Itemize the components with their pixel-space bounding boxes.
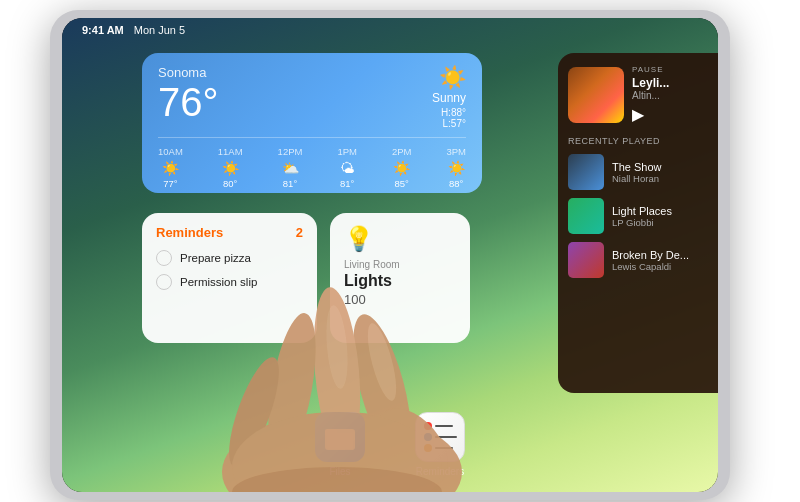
- hour-time: 10AM: [158, 146, 183, 157]
- hour-icon: ☀️: [218, 160, 243, 176]
- status-bar: 9:41 AM Mon Jun 5: [62, 18, 718, 42]
- recent-track[interactable]: The Show Niall Horan: [568, 154, 708, 190]
- hand-svg: [182, 232, 502, 492]
- reminder-circle: [156, 274, 172, 290]
- now-playing: PAUSE Leyli... Altin... ▶: [568, 65, 708, 124]
- recent-track-info: Broken By De... Lewis Capaldi: [612, 249, 689, 272]
- sun-icon: ☀️: [432, 65, 466, 91]
- weather-left: Sonoma 76°: [158, 65, 219, 122]
- recent-track[interactable]: Light Places LP Giobbi: [568, 198, 708, 234]
- weather-hourly: 10AM ☀️ 77° 11AM ☀️ 80° 12PM ⛅ 81°: [158, 137, 466, 189]
- hour-temp: 81°: [337, 178, 357, 189]
- hour-temp: 80°: [218, 178, 243, 189]
- hour-icon: 🌤: [337, 160, 357, 176]
- recent-track-name: Broken By De...: [612, 249, 689, 261]
- recent-album-art-1: [568, 154, 604, 190]
- hour-item: 2PM ☀️ 85°: [392, 146, 412, 189]
- hour-item: 1PM 🌤 81°: [337, 146, 357, 189]
- weather-city: Sonoma: [158, 65, 219, 80]
- music-panel[interactable]: PAUSE Leyli... Altin... ▶ RECENTLY PLAYE…: [558, 53, 718, 393]
- scene: 9:41 AM Mon Jun 5 Sonoma 76° ☀️ Sunny H:…: [0, 0, 800, 502]
- recent-artist-name: Lewis Capaldi: [612, 261, 689, 272]
- weather-top: Sonoma 76° ☀️ Sunny H:88° L:57°: [158, 65, 466, 129]
- hour-time: 11AM: [218, 146, 243, 157]
- recent-track[interactable]: Broken By De... Lewis Capaldi: [568, 242, 708, 278]
- hour-temp: 88°: [446, 178, 466, 189]
- recent-track-info: Light Places LP Giobbi: [612, 205, 672, 228]
- recent-track-info: The Show Niall Horan: [612, 161, 662, 184]
- hour-icon: ☀️: [392, 160, 412, 176]
- hour-time: 3PM: [446, 146, 466, 157]
- hour-time: 1PM: [337, 146, 357, 157]
- reminder-circle: [156, 250, 172, 266]
- hour-item: 12PM ⛅ 81°: [278, 146, 303, 189]
- now-artist-name: Altin...: [632, 90, 708, 101]
- play-button[interactable]: ▶: [632, 105, 708, 124]
- weather-high: H:88°: [432, 107, 466, 118]
- hour-temp: 85°: [392, 178, 412, 189]
- recently-played-label: RECENTLY PLAYED: [568, 136, 708, 146]
- hand-overlay: [182, 232, 502, 492]
- recent-artist-name: LP Giobbi: [612, 217, 672, 228]
- weather-temp: 76°: [158, 82, 219, 122]
- hour-icon: ☀️: [446, 160, 466, 176]
- hour-time: 12PM: [278, 146, 303, 157]
- recent-track-name: The Show: [612, 161, 662, 173]
- hour-icon: ☀️: [158, 160, 183, 176]
- bg-right: [740, 0, 800, 502]
- ipad-screen: 9:41 AM Mon Jun 5 Sonoma 76° ☀️ Sunny H:…: [62, 18, 718, 492]
- hour-item: 10AM ☀️ 77°: [158, 146, 183, 189]
- recent-album-art-3: [568, 242, 604, 278]
- weather-widget[interactable]: Sonoma 76° ☀️ Sunny H:88° L:57° 10AM ☀️ …: [142, 53, 482, 193]
- now-track-name: Leyli...: [632, 76, 708, 90]
- weather-low: L:57°: [432, 118, 466, 129]
- weather-condition: Sunny: [432, 91, 466, 105]
- hour-temp: 77°: [158, 178, 183, 189]
- recent-artist-name: Niall Horan: [612, 173, 662, 184]
- now-playing-info: PAUSE Leyli... Altin... ▶: [632, 65, 708, 124]
- status-time: 9:41 AM: [82, 24, 124, 36]
- hour-time: 2PM: [392, 146, 412, 157]
- recent-album-art-2: [568, 198, 604, 234]
- recent-track-name: Light Places: [612, 205, 672, 217]
- paused-label: PAUSE: [632, 65, 708, 74]
- hour-temp: 81°: [278, 178, 303, 189]
- weather-right: ☀️ Sunny H:88° L:57°: [432, 65, 466, 129]
- hour-icon: ⛅: [278, 160, 303, 176]
- ipad-frame: 9:41 AM Mon Jun 5 Sonoma 76° ☀️ Sunny H:…: [50, 10, 730, 500]
- hour-item: 11AM ☀️ 80°: [218, 146, 243, 189]
- album-art-main: [568, 67, 624, 123]
- hour-item: 3PM ☀️ 88°: [446, 146, 466, 189]
- album-art-landscape: [568, 67, 624, 123]
- status-date: Mon Jun 5: [134, 24, 185, 36]
